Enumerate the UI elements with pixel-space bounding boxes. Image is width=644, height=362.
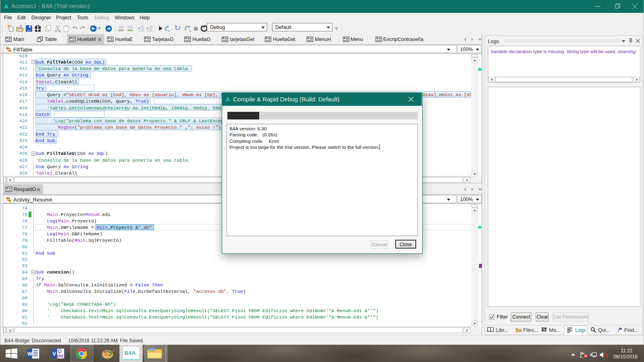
svg-text:V: V	[53, 351, 56, 357]
svg-text:W: W	[27, 351, 33, 357]
